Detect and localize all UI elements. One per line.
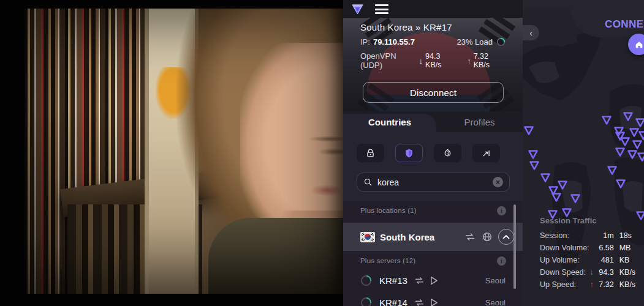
map-marker[interactable] <box>600 114 613 126</box>
swap-connection-icon[interactable] <box>414 298 425 306</box>
session-row: Down Volume: 6.58 MB <box>540 244 639 256</box>
p2p-arrow-icon <box>481 148 491 159</box>
chevron-left-icon: ‹ <box>529 28 532 38</box>
session-label: Up Speed: <box>540 280 590 289</box>
globe-icon[interactable] <box>482 231 493 242</box>
map-marker[interactable] <box>606 164 618 176</box>
map-marker[interactable] <box>636 151 644 163</box>
map-marker[interactable] <box>569 192 581 204</box>
server-city: Seoul <box>485 276 506 285</box>
tab-profiles[interactable]: Profiles <box>436 111 523 132</box>
vignette <box>25 9 343 294</box>
server-city: Seoul <box>485 298 506 306</box>
shield-filter-button[interactable] <box>395 144 423 162</box>
up-arrow-icon: ↑ <box>467 56 471 65</box>
protocol-text: OpenVPN (UDP) <box>360 51 419 70</box>
secure-core-lock-button[interactable] <box>357 144 384 162</box>
map-marker[interactable] <box>622 110 634 122</box>
session-value: 7.32 <box>597 280 614 289</box>
session-label: Session: <box>540 231 590 240</box>
map-marker[interactable] <box>528 159 540 171</box>
search-input[interactable] <box>377 177 493 187</box>
ip-address: 79.110.55.7 <box>373 37 415 47</box>
country-name: South Korea <box>380 232 434 242</box>
country-list: Plus locations (1) i South Korea <box>343 201 523 306</box>
map-marker[interactable] <box>527 148 539 160</box>
tor-filter-button[interactable] <box>434 144 461 162</box>
session-value: 6.58 <box>597 244 614 252</box>
disconnect-button[interactable]: Disconnect <box>363 82 504 103</box>
info-icon[interactable]: i <box>497 206 506 215</box>
panel-header <box>343 0 523 18</box>
session-unit: MB <box>619 244 639 252</box>
session-value: 94.3 <box>597 268 614 277</box>
server-load-ring-icon <box>360 297 372 306</box>
vpn-sidebar-panel: South Korea » KR#17 IP: 79.110.55.7 23% … <box>343 0 523 306</box>
swap-connection-icon[interactable] <box>414 276 425 285</box>
server-name: KR#13 <box>379 275 407 286</box>
map-marker[interactable] <box>615 177 627 190</box>
search-box: × <box>357 173 510 192</box>
search-icon <box>363 177 373 187</box>
plus-servers-header: Plus servers (12) <box>360 257 415 264</box>
connect-play-icon[interactable] <box>430 276 438 285</box>
session-unit: 18s <box>619 231 639 240</box>
map-marker[interactable] <box>539 171 551 184</box>
session-unit: KB/s <box>619 268 639 277</box>
video-player[interactable] <box>0 0 343 306</box>
session-label: Up Volume: <box>540 256 590 264</box>
map-marker[interactable] <box>614 146 626 158</box>
hamburger-menu-icon[interactable] <box>375 4 388 14</box>
session-row: Down Speed: ↓ 94.3 KB/s <box>540 268 639 280</box>
session-unit: KB <box>619 256 639 264</box>
plus-locations-header: Plus locations (1) <box>360 207 417 214</box>
server-row-kr14[interactable]: KR#14 Seoul <box>343 291 523 306</box>
connection-status-text: CONNECTED <box>605 18 644 31</box>
connection-card: South Korea » KR#17 IP: 79.110.55.7 23% … <box>343 18 523 111</box>
session-label: Down Volume: <box>540 244 590 252</box>
down-arrow-icon: ↓ <box>590 268 597 277</box>
server-row-kr13[interactable]: KR#13 Seoul <box>343 269 523 291</box>
session-traffic-panel: Session Traffic Session: 1m 18s Down Vol… <box>540 216 639 293</box>
server-name: KR#14 <box>379 297 407 306</box>
scrollbar-thumb[interactable] <box>513 204 516 289</box>
map-panel: CONNECTED ‹ Session Traffic Session: 1m … <box>523 0 644 306</box>
country-row-south-korea[interactable]: South Korea <box>343 223 523 251</box>
session-value: 481 <box>597 256 614 264</box>
feature-filter-row <box>357 144 509 162</box>
tab-bar: Countries Profiles <box>343 111 523 132</box>
p2p-filter-button[interactable] <box>472 144 500 162</box>
header-up-speed: 7.32 KB/s <box>474 52 506 69</box>
shield-icon <box>404 148 414 159</box>
up-arrow-icon: ↑ <box>590 280 597 289</box>
chevron-up-icon <box>502 234 510 239</box>
server-load-ring-icon <box>360 275 372 286</box>
session-row: Up Volume: 481 KB <box>540 256 639 268</box>
home-icon <box>634 40 644 50</box>
session-label: Down Speed: <box>540 268 590 277</box>
lock-icon <box>365 148 376 159</box>
map-marker[interactable] <box>523 124 535 136</box>
header-down-speed: 94.3 KB/s <box>425 52 457 69</box>
server-load-gauge-icon <box>496 37 506 47</box>
connect-play-icon[interactable] <box>430 298 438 306</box>
session-unit: KB/s <box>619 280 639 289</box>
video-frame <box>25 9 343 294</box>
server-load-text: 23% Load <box>456 37 493 47</box>
tab-countries[interactable]: Countries <box>343 111 436 132</box>
session-row: Session: 1m 18s <box>540 231 639 244</box>
ip-label: IP: <box>360 37 370 47</box>
collapse-sidebar-button[interactable]: ‹ <box>523 25 539 40</box>
swap-connection-icon[interactable] <box>464 232 476 242</box>
session-row: Up Speed: ↑ 7.32 KB/s <box>540 280 639 293</box>
collapse-country-button[interactable] <box>498 229 514 245</box>
proton-vpn-logo-icon <box>351 2 364 15</box>
app-window: South Korea » KR#17 IP: 79.110.55.7 23% … <box>0 0 644 306</box>
down-arrow-icon: ↓ <box>419 56 423 65</box>
clear-search-icon[interactable]: × <box>493 177 503 187</box>
map-marker[interactable] <box>550 191 563 203</box>
tor-onion-icon <box>442 148 453 159</box>
connected-server-name: South Korea » KR#17 <box>360 22 452 32</box>
info-icon[interactable]: i <box>497 256 506 266</box>
session-traffic-title: Session Traffic <box>540 216 639 225</box>
